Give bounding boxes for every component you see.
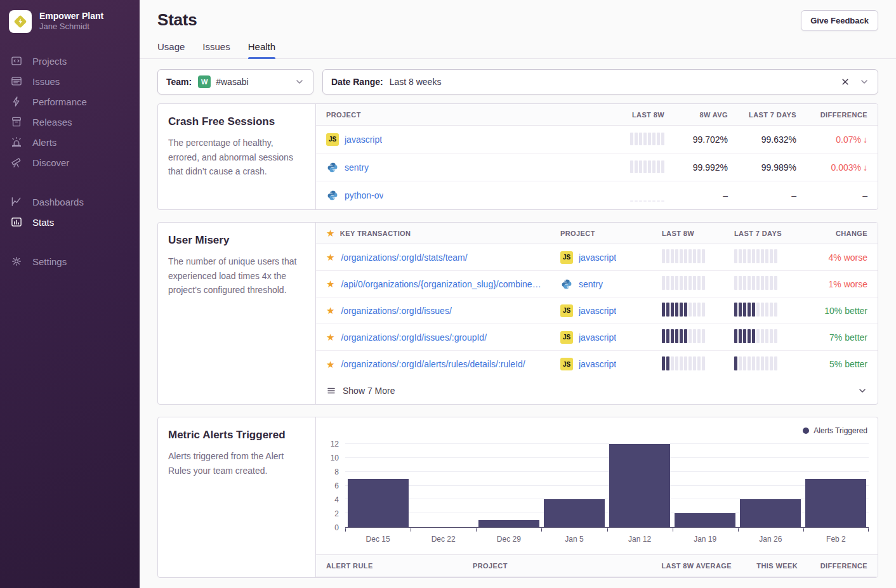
y-tick-label: 4 xyxy=(334,495,339,504)
column-header: PROJECT xyxy=(326,111,593,119)
column-header: LAST 8W xyxy=(662,230,734,237)
last-8w-cell xyxy=(662,303,734,318)
sidebar-item-alerts[interactable]: Alerts xyxy=(0,132,140,152)
chart-plot-area xyxy=(345,444,869,528)
sparkline xyxy=(734,276,777,290)
last-8w-cell xyxy=(662,249,734,265)
last-8w-cell xyxy=(662,356,734,372)
user-misery-description: User Misery The number of unique users t… xyxy=(158,223,316,404)
transaction-link[interactable]: /api/0/organizations/{organization_slug}… xyxy=(341,279,541,289)
page-title: Stats xyxy=(157,10,197,30)
python-icon xyxy=(326,189,339,202)
stats-icon xyxy=(10,216,23,228)
javascript-icon: JS xyxy=(326,133,339,146)
give-feedback-button[interactable]: Give Feedback xyxy=(801,10,878,31)
x-tick-label: Jan 26 xyxy=(738,528,803,554)
javascript-icon: JS xyxy=(560,304,573,317)
sidebar-item-dashboards[interactable]: Dashboards xyxy=(0,192,140,212)
last-7d-cell xyxy=(734,356,807,372)
project-link[interactable]: python-ov xyxy=(345,190,383,200)
bar-jan-26 xyxy=(740,499,801,527)
sidebar-item-stats[interactable]: Stats xyxy=(0,212,140,232)
legend-dot-icon xyxy=(803,428,809,434)
x-tick-label: Jan 12 xyxy=(607,528,673,554)
table-row: ★/organizations/:orgId/issues/JSjavascri… xyxy=(316,297,878,324)
sparkline xyxy=(630,131,664,145)
change-value: 4% worse xyxy=(807,252,867,263)
star-icon[interactable]: ★ xyxy=(326,279,334,289)
bar-feb-2 xyxy=(805,479,866,527)
star-icon[interactable]: ★ xyxy=(326,332,334,342)
bar-slot xyxy=(541,444,607,527)
x-tick-label: Dec 29 xyxy=(476,528,541,554)
tab-issues[interactable]: Issues xyxy=(202,41,230,58)
project-link[interactable]: sentry xyxy=(345,162,369,173)
chevron-down-icon xyxy=(857,386,867,396)
javascript-icon: JS xyxy=(560,358,573,370)
transaction-link[interactable]: /organizations/:orgId/alerts/rules/detai… xyxy=(341,359,525,369)
change-value: 5% better xyxy=(807,359,867,369)
panel-description: The number of unique users that experien… xyxy=(168,254,305,297)
bars-container xyxy=(345,444,869,527)
org-switcher[interactable]: Empower Plant Jane Schmidt xyxy=(0,10,140,33)
chart-x-axis: Dec 15Dec 22Dec 29Jan 5Jan 12Jan 19Jan 2… xyxy=(345,528,869,554)
show-more-label: Show 7 More xyxy=(343,386,395,396)
app-root: Empower Plant Jane Schmidt ProjectsIssue… xyxy=(0,0,896,588)
y-tick-label: 2 xyxy=(334,509,339,518)
star-icon[interactable]: ★ xyxy=(326,252,334,262)
column-header: LAST 8W AVERAGE xyxy=(625,562,732,570)
sidebar-item-issues[interactable]: Issues xyxy=(0,71,140,91)
column-header: LAST 7 DAYS xyxy=(734,230,807,237)
sparkline xyxy=(662,303,705,317)
y-tick-label: 10 xyxy=(331,454,339,462)
y-tick-label: 6 xyxy=(334,481,339,490)
key-transaction-cell: ★/organizations/:orgId/stats/team/ xyxy=(326,252,560,263)
sidebar-item-releases[interactable]: Releases xyxy=(0,112,140,132)
transaction-link[interactable]: /organizations/:orgId/issues/ xyxy=(341,306,451,316)
sparkline xyxy=(662,329,705,343)
chart-legend[interactable]: Alerts Triggered xyxy=(803,426,867,435)
column-header: ★KEY TRANSACTION xyxy=(326,228,560,238)
project-link[interactable]: javascript xyxy=(579,332,616,343)
list-icon xyxy=(326,386,336,396)
arrow-down-icon: ↓ xyxy=(863,134,867,145)
sidebar-item-settings[interactable]: Settings xyxy=(0,251,140,271)
transaction-link[interactable]: /organizations/:orgId/issues/:groupId/ xyxy=(341,332,487,343)
table-row: ★/api/0/organizations/{organization_slug… xyxy=(316,271,878,297)
sidebar-item-performance[interactable]: Performance xyxy=(0,91,140,112)
bar-slot xyxy=(607,444,673,527)
project-link[interactable]: javascript xyxy=(579,359,616,369)
legend-label: Alerts Triggered xyxy=(814,426,867,435)
y-tick-label: 8 xyxy=(334,467,339,476)
date-range-selector[interactable]: Date Range: Last 8 weeks xyxy=(322,69,878,95)
performance-icon xyxy=(10,95,23,108)
bar-dec-29 xyxy=(478,520,539,527)
org-logo xyxy=(9,10,32,33)
bar-slot xyxy=(673,444,738,527)
project-link[interactable]: sentry xyxy=(579,279,603,289)
tab-health[interactable]: Health xyxy=(248,41,275,58)
star-icon: ★ xyxy=(326,228,335,238)
project-link[interactable]: javascript xyxy=(579,306,616,316)
nav-group: DashboardsStats xyxy=(0,192,140,232)
tab-usage[interactable]: Usage xyxy=(157,41,185,58)
team-selector[interactable]: Team: W #wasabi xyxy=(157,69,313,95)
last-7d-cell xyxy=(734,249,807,265)
star-icon[interactable]: ★ xyxy=(326,360,334,369)
sparkline xyxy=(662,356,705,370)
project-link[interactable]: javascript xyxy=(345,134,382,145)
column-header: LAST 8W xyxy=(593,111,664,119)
project-link[interactable]: javascript xyxy=(579,252,616,263)
javascript-icon: JS xyxy=(560,251,573,264)
show-more-row[interactable]: Show 7 More xyxy=(316,377,878,404)
bar-slot xyxy=(345,444,411,527)
star-icon[interactable]: ★ xyxy=(326,306,334,315)
issues-icon xyxy=(10,75,23,88)
sidebar-item-discover[interactable]: Discover xyxy=(0,152,140,173)
page-content: Team: W #wasabi Date Range: Last 8 weeks xyxy=(140,59,896,588)
transaction-link[interactable]: /organizations/:orgId/stats/team/ xyxy=(341,252,467,263)
column-header: LAST 7 DAYS xyxy=(728,111,796,119)
sidebar-item-projects[interactable]: Projects xyxy=(0,51,140,71)
clear-date-range-icon[interactable] xyxy=(840,77,850,87)
sparkline xyxy=(630,159,664,173)
